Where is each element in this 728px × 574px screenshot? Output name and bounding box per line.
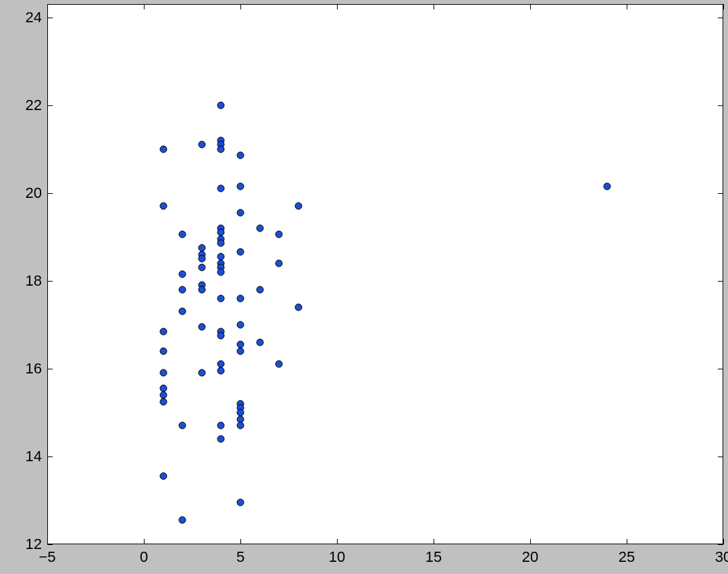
- data-point: [237, 249, 244, 256]
- x-tick-mark: [434, 4, 434, 9]
- data-point: [237, 294, 244, 302]
- x-tick-mark: [47, 4, 48, 9]
- data-point: [179, 271, 186, 278]
- y-tick-label: 20: [26, 184, 42, 202]
- y-tick-mark: [47, 18, 53, 18]
- data-point: [198, 286, 205, 293]
- data-point: [217, 435, 225, 442]
- data-point: [179, 231, 186, 238]
- y-tick-mark: [718, 281, 723, 282]
- x-tick-label: 15: [425, 548, 442, 566]
- y-tick-mark: [718, 193, 723, 194]
- data-point: [217, 240, 225, 247]
- data-point: [237, 182, 244, 190]
- data-point: [159, 369, 167, 377]
- y-tick-label: 14: [26, 448, 42, 465]
- data-point: [159, 203, 167, 210]
- data-point: [198, 369, 205, 377]
- x-tick-mark: [240, 539, 241, 544]
- x-tick-mark: [240, 4, 241, 9]
- data-point: [198, 255, 205, 263]
- data-point: [276, 259, 283, 267]
- y-tick-label: 18: [26, 272, 42, 290]
- data-point: [237, 422, 244, 429]
- data-point: [159, 473, 167, 480]
- y-tick-label: 12: [26, 536, 42, 553]
- y-tick-label: 16: [26, 360, 42, 377]
- x-tick-mark: [723, 539, 724, 544]
- data-point: [159, 347, 167, 355]
- x-tick-label: 20: [522, 548, 538, 566]
- data-point: [237, 209, 244, 216]
- x-tick-mark: [627, 4, 627, 9]
- y-tick-mark: [718, 544, 723, 545]
- data-point: [179, 517, 186, 524]
- data-point: [256, 286, 263, 293]
- x-tick-mark: [627, 539, 627, 544]
- y-tick-mark: [47, 105, 53, 106]
- data-point: [604, 182, 611, 190]
- y-tick-label: 22: [26, 97, 42, 114]
- data-point: [276, 231, 283, 238]
- data-point: [198, 323, 205, 331]
- x-tick-label: 30: [715, 548, 728, 566]
- data-point: [217, 367, 225, 375]
- plot-area: [47, 4, 723, 544]
- x-tick-label: 0: [140, 548, 148, 566]
- data-point: [217, 145, 225, 153]
- y-tick-mark: [47, 544, 53, 545]
- data-point: [217, 332, 225, 340]
- y-tick-mark: [47, 281, 53, 282]
- data-point: [276, 361, 283, 368]
- y-tick-mark: [47, 369, 53, 369]
- data-point: [256, 338, 263, 346]
- y-tick-mark: [47, 456, 53, 457]
- data-point: [217, 294, 225, 302]
- x-tick-mark: [723, 4, 724, 9]
- data-point: [237, 152, 244, 159]
- data-point: [217, 185, 225, 192]
- x-tick-label: 10: [329, 548, 345, 566]
- chart-container: −505101520253012141618202224: [0, 0, 728, 574]
- data-point: [217, 101, 225, 109]
- data-point: [217, 422, 225, 429]
- data-point: [294, 303, 302, 311]
- x-tick-mark: [530, 4, 531, 9]
- y-tick-mark: [718, 369, 723, 369]
- data-point: [179, 308, 186, 315]
- data-point: [294, 203, 302, 210]
- y-tick-mark: [718, 105, 723, 106]
- y-tick-label: 24: [26, 9, 42, 26]
- x-tick-mark: [434, 539, 434, 544]
- x-tick-label: 5: [236, 548, 244, 566]
- y-tick-mark: [718, 456, 723, 457]
- x-tick-mark: [530, 539, 531, 544]
- x-tick-mark: [337, 539, 338, 544]
- x-tick-mark: [337, 4, 338, 9]
- x-tick-mark: [47, 539, 48, 544]
- x-tick-mark: [144, 4, 145, 9]
- data-point: [198, 141, 205, 149]
- data-point: [237, 347, 244, 355]
- data-point: [159, 398, 167, 405]
- x-tick-label: 25: [619, 548, 635, 566]
- data-point: [198, 264, 205, 271]
- data-point: [179, 422, 186, 429]
- data-point: [217, 268, 225, 276]
- x-tick-mark: [144, 539, 145, 544]
- data-point: [256, 224, 263, 232]
- data-point: [159, 145, 167, 153]
- y-tick-mark: [718, 18, 723, 18]
- data-point: [179, 286, 186, 293]
- data-point: [237, 499, 244, 506]
- y-tick-mark: [47, 193, 53, 194]
- data-point: [159, 328, 167, 335]
- data-point: [237, 321, 244, 328]
